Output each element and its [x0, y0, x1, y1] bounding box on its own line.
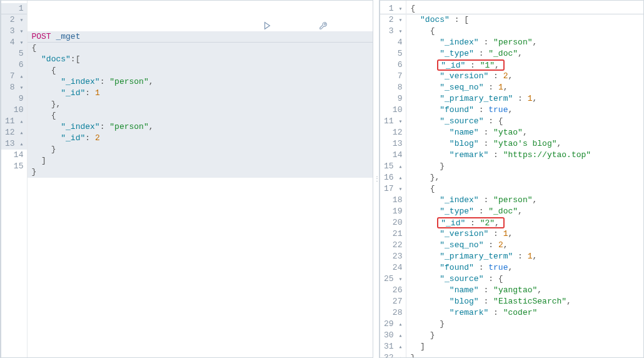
line-number: 5	[380, 48, 406, 59]
line-number: 4 ▾	[1, 37, 27, 48]
code-line[interactable]: ]	[406, 341, 643, 352]
line-number: 24	[380, 262, 406, 274]
line-number: 11 ▾	[380, 116, 406, 127]
code-line[interactable]: POST _mget	[28, 31, 373, 43]
code-line[interactable]: "docs":[	[28, 54, 373, 65]
line-number: 12 ▴	[1, 127, 27, 138]
code-line[interactable]: "_version" : 1,	[406, 228, 643, 240]
code-line[interactable]: "_id" : "1",	[406, 59, 643, 71]
code-line[interactable]: }	[406, 161, 643, 172]
code-line[interactable]: "_primary_term" : 1,	[406, 93, 643, 105]
pane-splitter[interactable]: ⋮	[373, 0, 379, 358]
line-number: 8 ▾	[1, 82, 27, 93]
line-number: 9	[1, 93, 27, 105]
line-number: 5	[1, 48, 27, 59]
line-number: 26	[380, 285, 406, 296]
code-line[interactable]: },	[406, 172, 643, 183]
code-line[interactable]: "_seq_no" : 2,	[406, 240, 643, 251]
line-number: 10	[380, 105, 406, 116]
code-line[interactable]: {	[28, 65, 373, 76]
request-editor-pane: 12 ▾3 ▾4 ▾567 ▴8 ▾91011 ▴12 ▴13 ▴1415 PO…	[0, 0, 373, 358]
line-number: 27	[380, 296, 406, 307]
code-line[interactable]: }	[28, 166, 373, 178]
code-line[interactable]: "blog" : "ElasticSearch",	[406, 296, 643, 307]
code-line[interactable]	[28, 189, 373, 200]
code-line[interactable]: }	[28, 144, 373, 155]
line-number: 14	[380, 150, 406, 161]
code-line[interactable]: "_primary_term" : 1,	[406, 251, 643, 262]
line-number: 20	[380, 217, 406, 228]
code-line[interactable]: "_type" : "_doc",	[406, 48, 643, 59]
code-line[interactable]: "blog" : "ytao's blog",	[406, 138, 643, 150]
code-line[interactable]: "docs" : [	[406, 14, 643, 26]
code-line[interactable]: "_index": "person",	[28, 121, 373, 133]
splitter-handle-icon: ⋮	[374, 175, 379, 183]
code-line[interactable]: {	[28, 43, 373, 54]
code-line[interactable]: "name" : "yangtao",	[406, 285, 643, 296]
line-number: 31 ▴	[380, 341, 406, 352]
code-line[interactable]: "found" : true,	[406, 105, 643, 116]
code-line[interactable]: {	[406, 26, 643, 37]
line-number: 16 ▴	[380, 172, 406, 183]
endpoint-path: _mget	[56, 32, 80, 41]
line-number: 17 ▾	[380, 183, 406, 195]
request-gutter: 12 ▾3 ▾4 ▾567 ▴8 ▾91011 ▴12 ▴13 ▴1415	[1, 1, 28, 357]
line-number: 2 ▾	[380, 14, 406, 26]
request-code[interactable]: POST _mget{ "docs":[ { "_index": "person…	[28, 1, 373, 357]
code-line[interactable]: "_index": "person",	[28, 76, 373, 88]
line-number: 9	[380, 93, 406, 105]
line-number: 32 ▴	[380, 352, 406, 358]
response-editor: 1 ▾2 ▾3 ▾4567891011 ▾12131415 ▴16 ▴17 ▾1…	[380, 1, 643, 357]
code-line[interactable]: "_seq_no" : 1,	[406, 82, 643, 93]
line-number: 21	[380, 228, 406, 240]
code-line[interactable]: {	[28, 110, 373, 121]
line-number: 13 ▴	[1, 138, 27, 150]
line-number: 11 ▴	[1, 116, 27, 127]
code-line[interactable]: },	[28, 99, 373, 110]
http-method: POST	[31, 32, 51, 41]
code-line[interactable]: "_index" : "person",	[406, 37, 643, 48]
code-line[interactable]: }	[406, 330, 643, 341]
code-line[interactable]: "_id" : "2",	[406, 217, 643, 228]
code-line[interactable]: {	[406, 183, 643, 195]
line-number: 23	[380, 251, 406, 262]
line-number: 14	[1, 150, 27, 161]
code-line[interactable]: "_id": 2	[28, 133, 373, 144]
response-code[interactable]: { "docs" : [ { "_index" : "person", "_ty…	[406, 1, 643, 357]
line-number: 6	[1, 59, 27, 71]
request-editor[interactable]: 12 ▾3 ▾4 ▾567 ▴8 ▾91011 ▴12 ▴13 ▴1415 PO…	[1, 1, 373, 357]
code-line[interactable]: "_index" : "person",	[406, 195, 643, 206]
line-number: 10	[1, 105, 27, 116]
code-line[interactable]: "_version" : 2,	[406, 71, 643, 82]
line-number: 1 ▾	[380, 3, 406, 14]
code-line[interactable]: "_source" : {	[406, 116, 643, 127]
line-number: 19	[380, 206, 406, 217]
response-viewer-pane: 1 ▾2 ▾3 ▾4567891011 ▾12131415 ▴16 ▴17 ▾1…	[379, 0, 644, 358]
line-number: 3 ▾	[380, 26, 406, 37]
code-line[interactable]: "_type" : "_doc",	[406, 206, 643, 217]
code-line[interactable]: ]	[28, 155, 373, 166]
line-number: 3 ▾	[1, 26, 27, 37]
code-line[interactable]: "found" : true,	[406, 262, 643, 274]
code-line[interactable]: "_id": 1	[28, 88, 373, 99]
code-line[interactable]: }	[406, 352, 643, 358]
line-number: 18	[380, 195, 406, 206]
line-number: 15 ▴	[380, 161, 406, 172]
response-gutter: 1 ▾2 ▾3 ▾4567891011 ▾12131415 ▴16 ▴17 ▾1…	[380, 1, 406, 357]
line-number: 28	[380, 307, 406, 319]
line-number: 7 ▴	[1, 71, 27, 82]
highlight-box: "_id" : "1",	[437, 59, 505, 71]
line-number: 25 ▾	[380, 274, 406, 285]
line-number: 7	[380, 71, 406, 82]
line-number: 1	[1, 3, 27, 14]
code-line[interactable]: }	[406, 319, 643, 330]
code-line[interactable]: "remark" : "https://ytao.top"	[406, 150, 643, 161]
line-number: 15	[1, 161, 27, 172]
code-line[interactable]	[28, 178, 373, 189]
code-line[interactable]: "name" : "ytao",	[406, 127, 643, 138]
code-line[interactable]: "remark" : "coder"	[406, 307, 643, 319]
code-line[interactable]: "_source" : {	[406, 274, 643, 285]
line-number: 2 ▾	[1, 14, 27, 26]
code-line[interactable]: {	[406, 3, 643, 14]
line-number: 30 ▴	[380, 330, 406, 341]
